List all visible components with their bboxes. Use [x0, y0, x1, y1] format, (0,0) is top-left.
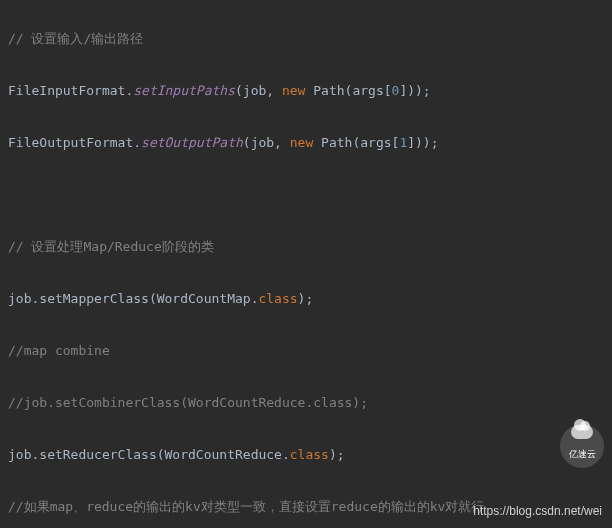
code-text: (job,	[235, 83, 282, 98]
code-text: job.setMapperClass(WordCountMap.	[8, 291, 258, 306]
code-text: job.setReducerClass(WordCountReduce.	[8, 447, 290, 462]
code-text: Path(args[	[321, 135, 399, 150]
code-text: FileOutputFormat.	[8, 135, 141, 150]
comment: //map combine	[8, 343, 110, 358]
code-text: ]));	[399, 83, 430, 98]
keyword-class: class	[290, 447, 329, 462]
keyword: new	[282, 83, 313, 98]
comment: // 设置输入/输出路径	[8, 31, 143, 46]
code-text: ]));	[407, 135, 438, 150]
code-text: );	[298, 291, 314, 306]
watermark-text: 亿速云	[569, 441, 596, 467]
keyword: new	[290, 135, 321, 150]
code-block: // 设置输入/输出路径 FileInputFormat.setInputPat…	[0, 0, 612, 528]
cloud-icon	[571, 425, 593, 439]
code-text: (job,	[243, 135, 290, 150]
code-text: );	[329, 447, 345, 462]
watermark-badge: 亿速云	[560, 424, 604, 468]
comment: //如果map、reduce的输出的kv对类型一致，直接设置reduce的输出的…	[8, 499, 484, 514]
code-text: FileInputFormat.	[8, 83, 133, 98]
method-italic: setInputPaths	[133, 83, 235, 98]
comment: // 设置处理Map/Reduce阶段的类	[8, 239, 214, 254]
keyword-class: class	[258, 291, 297, 306]
method-italic: setOutputPath	[141, 135, 243, 150]
comment: //job.setCombinerClass(WordCountReduce.c…	[8, 395, 368, 410]
footer-url: https://blog.csdn.net/wei	[473, 498, 602, 524]
code-text: Path(args[	[313, 83, 391, 98]
